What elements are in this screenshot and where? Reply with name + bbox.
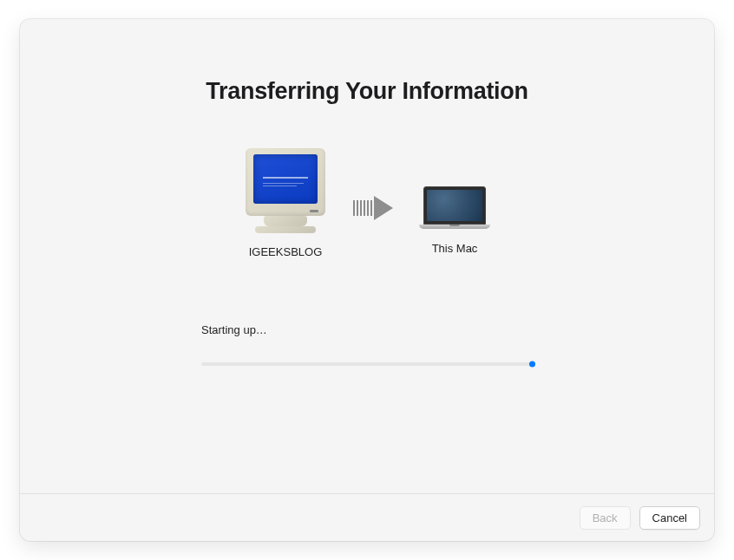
macbook-icon (419, 186, 490, 231)
destination-device-label: This Mac (432, 242, 478, 255)
progress-indicator (529, 361, 535, 368)
status-section: Starting up… (201, 323, 533, 366)
page-title: Transferring Your Information (206, 78, 528, 105)
cancel-button[interactable]: Cancel (639, 506, 700, 530)
source-device: IGEEKSBLOG (244, 148, 327, 258)
status-text: Starting up… (201, 323, 533, 336)
back-button: Back (580, 506, 631, 530)
transfer-arrow-icon (353, 187, 393, 220)
old-pc-icon (244, 148, 327, 235)
destination-device: This Mac (419, 152, 490, 255)
migration-assistant-window: Transferring Your Information IGEEKSBLOG (20, 19, 714, 541)
source-device-label: IGEEKSBLOG (249, 245, 323, 258)
progress-bar (201, 362, 533, 366)
footer: Back Cancel (20, 493, 714, 541)
main-content: Transferring Your Information IGEEKSBLOG (20, 19, 714, 493)
devices-row: IGEEKSBLOG (244, 148, 490, 258)
